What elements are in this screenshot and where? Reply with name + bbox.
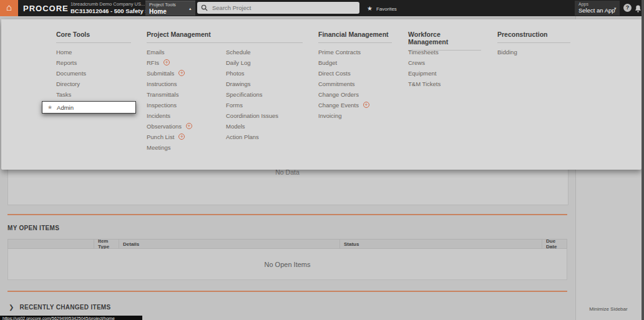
menu-item-inspections[interactable]: Inspections xyxy=(147,101,192,109)
help-icon[interactable]: ? xyxy=(623,4,632,12)
recently-changed-items-title: RECENTLY CHANGED ITEMS xyxy=(19,304,110,311)
menu-item-label: Punch List xyxy=(147,133,174,140)
menu-item-label: Instructions xyxy=(147,80,177,87)
menu-item-instructions[interactable]: Instructions xyxy=(147,80,192,87)
star-icon: ★ xyxy=(367,5,373,12)
menu-item-label: Photos xyxy=(226,70,245,77)
menu-item-prime-contracts[interactable]: Prime Contracts xyxy=(318,48,369,56)
minimize-sidebar-button[interactable]: Minimize Sidebar xyxy=(575,306,642,312)
quick-create-plus-icon[interactable]: + xyxy=(363,102,369,108)
menu-item-label: Schedule xyxy=(226,49,251,56)
menu-item-change-events[interactable]: Change Events+ xyxy=(318,101,369,109)
menu-item-label: Drawings xyxy=(226,80,251,87)
menu-item-label: Coordination Issues xyxy=(226,112,278,119)
menu-item-label: RFIs xyxy=(147,59,159,66)
apps-dropdown[interactable]: Apps Select an App xyxy=(575,1,620,16)
chevron-up-icon: ▴ xyxy=(189,6,192,11)
menu-item-submittals[interactable]: Submittals+ xyxy=(147,69,192,77)
menu-item-coordination-issues[interactable]: Coordination Issues xyxy=(226,112,278,119)
menu-item-drawings[interactable]: Drawings xyxy=(226,80,278,87)
header-cell-due-date: Due Date xyxy=(542,240,567,248)
menu-item-models[interactable]: Models xyxy=(226,122,278,130)
menu-item-forms[interactable]: Forms xyxy=(226,101,278,109)
favorites-label: Favorites xyxy=(376,6,397,12)
menu-item-punch-list[interactable]: Punch List+ xyxy=(147,133,192,140)
menu-item-observations[interactable]: Observations+ xyxy=(147,122,192,130)
menu-item-label: Invoicing xyxy=(318,112,342,119)
menu-item-invoicing[interactable]: Invoicing xyxy=(318,112,369,119)
recently-changed-items-section[interactable]: ❯ RECENTLY CHANGED ITEMS xyxy=(9,304,110,311)
top-navigation-bar: ⌂ PROCORE 1breadcrumb Demo Company US...… xyxy=(0,0,644,16)
menu-item-label: T&M Tickets xyxy=(408,80,441,87)
procore-logo: PROCORE xyxy=(23,4,69,13)
project-tools-label: Project Tools xyxy=(149,2,192,7)
menu-item-schedule[interactable]: Schedule xyxy=(226,48,278,56)
section-divider xyxy=(7,291,567,292)
menu-item-action-plans[interactable]: Action Plans xyxy=(226,133,278,140)
menu-column-title: Preconstruction xyxy=(497,31,570,43)
menu-item-budget[interactable]: Budget xyxy=(318,59,369,66)
menu-item-direct-costs[interactable]: Direct Costs xyxy=(318,69,369,77)
menu-item-label: Budget xyxy=(318,59,337,66)
header-cell-details: Details xyxy=(119,240,340,248)
menu-item-admin[interactable]: ★Admin xyxy=(42,101,136,114)
menu-item-incidents[interactable]: Incidents xyxy=(147,112,192,119)
quick-create-plus-icon[interactable]: + xyxy=(186,123,192,129)
quick-create-plus-icon[interactable]: + xyxy=(178,133,185,140)
menu-item-meetings[interactable]: Meetings xyxy=(147,143,192,151)
menu-item-label: Documents xyxy=(56,70,86,77)
menu-item-reports[interactable]: Reports xyxy=(56,59,136,66)
menu-item-label: Daily Log xyxy=(226,59,251,66)
project-tools-dropdown[interactable]: Project Tools Home xyxy=(145,1,195,16)
menu-item-commitments[interactable]: Commitments xyxy=(318,80,369,87)
header-cell-empty xyxy=(8,240,94,248)
menu-item-change-orders[interactable]: Change Orders xyxy=(318,90,369,98)
menu-item-documents[interactable]: Documents xyxy=(56,69,136,77)
menu-item-home[interactable]: Home xyxy=(56,48,136,56)
menu-column-workforce-management: Workforce Management TimesheetsCrewsEqui… xyxy=(408,31,481,57)
menu-item-label: Crews xyxy=(408,59,425,66)
menu-item-daily-log[interactable]: Daily Log xyxy=(226,59,278,66)
menu-item-photos[interactable]: Photos xyxy=(226,69,278,77)
my-open-items-title: MY OPEN ITEMS xyxy=(7,225,59,231)
menu-item-timesheets[interactable]: Timesheets xyxy=(408,48,441,56)
quick-create-plus-icon[interactable]: + xyxy=(178,70,185,76)
star-icon: ★ xyxy=(47,104,52,110)
menu-item-label: Home xyxy=(56,49,72,56)
project-tools-value: Home xyxy=(149,8,192,15)
menu-item-directory[interactable]: Directory xyxy=(56,80,136,87)
menu-column-preconstruction: Preconstruction Bidding xyxy=(497,31,570,49)
menu-item-label: Reports xyxy=(56,59,77,66)
status-bar-text: https://us02.procore.com/562949953425045… xyxy=(2,316,142,320)
menu-item-label: Submittals xyxy=(147,70,174,77)
menu-item-t-m-tickets[interactable]: T&M Tickets xyxy=(408,80,441,87)
menu-item-crews[interactable]: Crews xyxy=(408,59,441,66)
chevron-down-icon: ▾ xyxy=(614,6,617,11)
quick-create-plus-icon[interactable]: + xyxy=(163,59,170,65)
search-input[interactable] xyxy=(211,4,356,12)
home-icon[interactable]: ⌂ xyxy=(0,0,18,16)
menu-item-tasks[interactable]: Tasks xyxy=(56,90,136,98)
menu-item-label: Forms xyxy=(226,102,243,109)
menu-item-label: Specifications xyxy=(226,91,263,98)
menu-item-emails[interactable]: Emails xyxy=(147,48,192,56)
menu-item-label: Direct Costs xyxy=(318,70,351,77)
menu-item-equipment[interactable]: Equipment xyxy=(408,69,441,77)
menu-item-specifications[interactable]: Specifications xyxy=(226,90,278,98)
menu-item-bidding[interactable]: Bidding xyxy=(497,48,517,56)
menu-item-label: Meetings xyxy=(147,144,171,151)
menu-item-rfis[interactable]: RFIs+ xyxy=(147,59,192,66)
menu-item-label: Timesheets xyxy=(408,49,439,56)
menu-column-core-tools: Core Tools HomeReportsDocumentsDirectory… xyxy=(56,31,131,49)
apps-label: Apps xyxy=(578,2,616,6)
favorites-button[interactable]: ★Favorites xyxy=(367,5,397,12)
project-tools-mega-menu: Core Tools HomeReportsDocumentsDirectory… xyxy=(1,19,642,170)
menu-item-label: Observations xyxy=(147,123,182,130)
menu-item-label: Prime Contracts xyxy=(318,49,361,56)
menu-item-transmittals[interactable]: Transmittals xyxy=(147,90,192,98)
browser-status-bar: https://us02.procore.com/562949953425045… xyxy=(0,316,142,320)
notifications-bell-icon[interactable] xyxy=(635,4,642,15)
project-search[interactable] xyxy=(197,2,359,14)
my-open-items-empty-state: No Open Items xyxy=(7,249,567,280)
my-open-items-table-header: Item Type Details Status Due Date xyxy=(7,239,567,249)
